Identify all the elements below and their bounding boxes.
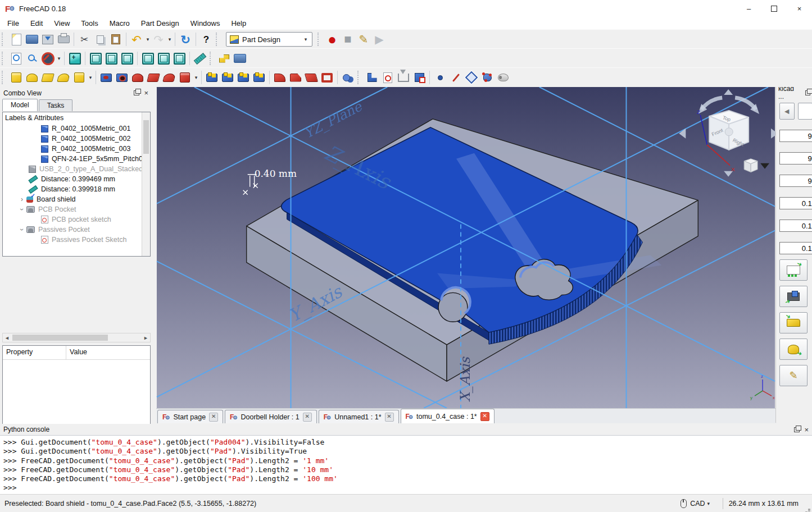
3d-viewport[interactable]: YZ_Plane Z_Axis Y_Axis X_Axis 0.40 mm [156,87,775,408]
tab-close-icon[interactable]: ✕ [303,413,312,422]
float-panel-icon[interactable] [794,427,800,432]
tab-doorbell-holder[interactable]: F⚙ Doorbell Holder : 1 ✕ [225,410,317,423]
close-panel-icon[interactable]: × [144,89,148,97]
kicad-angle-field-1[interactable] [779,130,812,142]
hole-button[interactable] [114,70,130,85]
tree-item[interactable]: ›Board shield [3,194,150,204]
refresh-button[interactable]: ↻ [178,31,193,47]
fit-selection-button[interactable] [24,51,40,66]
fillet-button[interactable] [272,70,288,85]
view-rear-button[interactable] [140,51,156,66]
scroll-right-icon[interactable]: ► [142,335,150,341]
redo-button[interactable]: ↷ [151,31,166,47]
kicad-angle-field-3[interactable] [779,175,812,187]
tree-item[interactable]: USB_2_0_type_A_Dual_Stacked_jac [3,164,150,174]
fit-all-button[interactable] [8,51,24,66]
minimize-button[interactable]: – [736,0,761,17]
additive-primitive-button[interactable] [71,70,87,85]
draw-style-button[interactable] [40,51,56,66]
draw-style-dropdown[interactable]: ▾ [56,56,62,61]
save-button[interactable] [40,31,56,47]
kicad-edit-button[interactable]: ✎ [779,365,808,386]
view-right-button[interactable] [119,51,135,66]
chevron-collapsed-icon[interactable]: › [17,195,26,203]
tree-item[interactable]: ›Passives Pocket [3,225,150,235]
subtractive-primitive-button[interactable] [177,70,193,85]
datum-point-button[interactable] [432,70,448,85]
view-top-button[interactable] [103,51,119,66]
pocket-button[interactable] [98,70,114,85]
tab-close-icon[interactable]: ✕ [385,413,394,422]
float-panel-icon[interactable] [134,90,139,95]
toolbar-handle[interactable] [210,52,214,65]
tree-item[interactable]: R_0402_1005Metric_002 [3,134,150,144]
menu-help[interactable]: Help [226,18,251,29]
multitransform-button[interactable] [251,70,267,85]
thickness-button[interactable] [319,70,335,85]
map-sketch-button[interactable] [411,70,427,85]
tree-item[interactable]: R_0402_1005Metric_001 [3,124,150,134]
draft-button[interactable] [303,70,319,85]
mirrored-button[interactable] [204,70,220,85]
tree-vertical-scrollbar[interactable] [142,112,150,256]
toolbar-handle[interactable] [2,33,6,46]
print-button[interactable] [56,31,71,47]
kicad-offset-field-2[interactable] [779,220,812,232]
tree-item[interactable]: ›PCB Pocket [3,204,150,214]
tab-start-page[interactable]: F⚙ Start page ✕ [157,410,223,423]
tab-tasks[interactable]: Tasks [39,99,73,111]
float-panel-icon[interactable] [805,90,810,95]
copy-button[interactable] [92,31,108,47]
kicad-back-button[interactable]: ◄ [779,103,795,120]
redo-dropdown[interactable]: ▾ [167,36,173,42]
chamfer-button[interactable] [288,70,303,85]
undo-button[interactable]: ↶ [129,31,144,47]
scroll-left-icon[interactable]: ◄ [3,335,11,341]
kicad-blank-button[interactable] [798,103,812,120]
polar-pattern-button[interactable] [235,70,251,85]
subtractive-loft-button[interactable] [146,70,161,85]
datum-line-button[interactable] [448,70,464,85]
menu-file[interactable]: File [2,18,24,29]
undo-dropdown[interactable]: ▾ [145,36,151,42]
paste-button[interactable] [108,31,124,47]
macro-stop-button[interactable]: ■ [340,31,356,47]
tree-item[interactable]: R_0402_1005Metric_003 [3,144,150,154]
resize-grip-icon[interactable] [808,509,810,511]
tree-item[interactable]: QFN-24-1EP_5x5mm_Pitch0.65 [3,154,150,164]
menu-view[interactable]: View [49,18,75,29]
kicad-angle-field-2[interactable] [779,152,812,164]
create-group-button[interactable] [232,51,248,66]
tree-item[interactable]: Distance: 0.399918 mm [3,184,150,194]
toolbar-handle[interactable] [2,52,6,65]
boolean-button[interactable] [340,70,356,85]
subtractive-primitive-dropdown[interactable]: ▾ [193,75,199,80]
navigation-style-dropdown[interactable]: CAD ▾ [681,499,711,508]
additive-pipe-button[interactable] [56,70,71,85]
tab-close-icon[interactable]: ✕ [480,412,489,421]
pad-button[interactable] [8,70,24,85]
kicad-offset-field-1[interactable] [779,197,812,209]
close-button[interactable]: × [787,0,812,17]
view-front-button[interactable] [88,51,103,66]
chevron-expanded-icon[interactable]: › [18,225,26,234]
panel-splitter[interactable] [152,87,156,423]
kicad-offset-field-3[interactable] [779,242,812,254]
toolbar-handle[interactable] [317,33,321,46]
workbench-selector[interactable]: Part Design ▾ [226,32,312,47]
tree-item[interactable]: Distance: 0.399469 mm [3,174,150,184]
scrollbar-thumb[interactable] [143,120,149,154]
kicad-export-case-button[interactable] [779,312,808,333]
macro-edit-button[interactable]: ✎ [356,31,371,47]
macro-record-button[interactable]: ● [324,31,340,47]
nav-mini-cube-icon[interactable] [744,159,757,172]
tab-unnamed1[interactable]: F⚙ Unnamed1 : 1* ✕ [319,410,399,423]
whats-this-button[interactable]: ? [198,31,214,47]
menu-macro[interactable]: Macro [105,18,135,29]
kicad-export-footprint-button[interactable] [779,259,808,281]
menu-part-design[interactable]: Part Design [136,18,184,29]
kicad-export-db-button[interactable] [779,339,808,360]
tab-close-icon[interactable]: ✕ [209,413,218,422]
tab-tomu-case[interactable]: F⚙ tomu_0.4_case : 1* ✕ [401,409,495,423]
subtractive-pipe-button[interactable] [161,70,177,85]
